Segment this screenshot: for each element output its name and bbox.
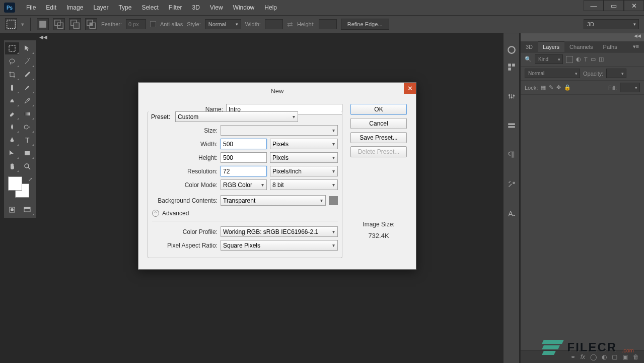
height-label: Height: — [152, 154, 218, 161]
lock-pixels-icon[interactable]: ✎ — [549, 84, 553, 91]
dialog-close-button[interactable]: ✕ — [404, 83, 416, 94]
foreground-color-swatch[interactable] — [8, 176, 22, 191]
filter-shape-icon[interactable]: ▭ — [591, 56, 596, 63]
maximize-button[interactable]: ▭ — [604, 0, 624, 11]
resolution-unit-select[interactable]: Pixels/Inch — [270, 166, 338, 176]
shape-tool[interactable] — [20, 147, 34, 159]
tab-layers[interactable]: Layers — [538, 41, 564, 52]
menu-bar: Ps File Edit Image Layer Type Select Fil… — [0, 0, 644, 15]
menu-edit[interactable]: Edit — [41, 4, 61, 11]
panel-menu-icon[interactable]: ▾≡ — [628, 41, 644, 52]
tab-channels[interactable]: Channels — [564, 41, 598, 52]
doc-collapse-icon[interactable]: ◀◀ — [39, 34, 47, 40]
brush-tool[interactable] — [20, 82, 34, 94]
swap-colors-icon[interactable]: ⤢ — [28, 176, 32, 182]
quickmask-tool[interactable] — [5, 204, 19, 216]
ok-button[interactable]: OK — [350, 104, 407, 115]
dock-swatches-icon[interactable] — [505, 60, 518, 74]
resolution-input[interactable] — [221, 166, 267, 176]
filter-type-icon[interactable]: T — [584, 56, 588, 63]
filter-smart-icon[interactable]: ◫ — [599, 56, 604, 63]
blur-tool[interactable] — [5, 121, 19, 133]
menu-select[interactable]: Select — [136, 4, 163, 11]
height-unit-select[interactable]: Pixels — [270, 152, 338, 163]
history-brush-tool[interactable] — [20, 95, 34, 107]
crop-tool[interactable] — [5, 69, 19, 81]
bitdepth-select[interactable]: 8 bit — [270, 179, 338, 190]
filter-adjust-icon[interactable]: ◐ — [576, 56, 581, 63]
dock-character-icon[interactable]: A — [505, 207, 518, 220]
pixelaspect-select[interactable]: Square Pixels — [221, 240, 338, 251]
dodge-tool[interactable] — [20, 121, 34, 133]
path-select-tool[interactable] — [5, 147, 19, 159]
pen-tool[interactable] — [5, 134, 19, 146]
dock-adjustments-icon[interactable] — [505, 90, 518, 103]
dock-paragraph-icon[interactable] — [505, 148, 518, 161]
lasso-tool[interactable] — [5, 55, 19, 68]
close-window-button[interactable]: ✕ — [624, 0, 644, 11]
eyedropper-tool[interactable] — [20, 69, 34, 81]
fill-input[interactable] — [620, 83, 640, 92]
menu-file[interactable]: File — [21, 4, 41, 11]
search-icon: 🔍 — [525, 56, 532, 63]
menu-3d[interactable]: 3D — [187, 4, 204, 11]
blend-mode-select[interactable]: Normal — [525, 69, 580, 78]
gradient-tool[interactable] — [20, 108, 34, 120]
dock-color-icon[interactable] — [505, 43, 518, 56]
menu-window[interactable]: Window — [228, 4, 260, 11]
menu-help[interactable]: Help — [259, 4, 282, 11]
marquee-tool[interactable] — [5, 42, 19, 54]
magic-wand-tool[interactable] — [20, 55, 34, 68]
lock-transparency-icon[interactable]: ▦ — [541, 84, 546, 91]
tab-paths[interactable]: Paths — [598, 41, 622, 52]
eraser-tool[interactable] — [5, 108, 19, 120]
menu-view[interactable]: View — [205, 4, 228, 11]
clone-stamp-tool[interactable] — [5, 95, 19, 107]
selection-intersect-icon[interactable] — [85, 18, 97, 30]
lock-all-icon[interactable]: 🔒 — [564, 84, 571, 91]
colorprofile-select[interactable]: Working RGB: sRGB IEC61966-2.1 — [221, 226, 338, 237]
type-tool[interactable]: T — [20, 134, 34, 146]
color-swatches[interactable]: ⤢ — [6, 176, 34, 200]
screenmode-tool[interactable] — [20, 204, 34, 216]
healing-brush-tool[interactable] — [5, 82, 19, 94]
refine-edge-button[interactable]: Refine Edge... — [341, 19, 389, 30]
cancel-button[interactable]: Cancel — [350, 118, 407, 129]
zoom-tool[interactable] — [20, 160, 34, 172]
hand-tool[interactable] — [5, 160, 19, 172]
svg-rect-29 — [508, 124, 515, 125]
selection-add-icon[interactable] — [53, 18, 65, 30]
bgcolor-swatch[interactable] — [329, 196, 338, 205]
workspace-select[interactable]: 3D — [584, 19, 639, 29]
bgcontents-select[interactable]: Transparent — [221, 195, 326, 206]
tab-3d[interactable]: 3D — [521, 41, 538, 52]
filter-kind-select[interactable]: Kind — [535, 54, 563, 64]
dock-styles-icon[interactable] — [505, 119, 518, 132]
menu-layer[interactable]: Layer — [88, 4, 113, 11]
colormode-select[interactable]: RGB Color — [221, 179, 267, 190]
feather-input[interactable] — [126, 19, 146, 29]
dock-collapse-bar[interactable]: ◀◀ — [521, 33, 644, 41]
advanced-toggle[interactable]: ⌃ Advanced — [152, 210, 338, 217]
save-preset-button[interactable]: Save Preset... — [350, 132, 407, 143]
lock-position-icon[interactable]: ✥ — [556, 84, 561, 91]
svg-point-22 — [508, 46, 515, 53]
selection-new-icon[interactable] — [37, 18, 49, 30]
move-tool[interactable] — [20, 42, 34, 54]
selection-subtract-icon[interactable] — [69, 18, 81, 30]
height-input[interactable] — [221, 152, 267, 163]
opacity-input[interactable] — [606, 69, 626, 78]
menu-type[interactable]: Type — [113, 4, 136, 11]
menu-image[interactable]: Image — [61, 4, 88, 11]
style-select[interactable]: Normal — [205, 19, 241, 29]
current-tool-icon[interactable] — [5, 18, 17, 30]
filter-pixel-icon[interactable] — [566, 56, 573, 63]
pixelaspect-label: Pixel Aspect Ratio: — [152, 242, 218, 249]
minimize-button[interactable]: — — [584, 0, 604, 11]
toolbox: T ⤢ — [4, 40, 36, 218]
dock-tools-icon[interactable] — [505, 177, 518, 191]
preset-select[interactable]: Custom — [175, 111, 298, 122]
width-input[interactable] — [221, 139, 267, 149]
width-unit-select[interactable]: Pixels — [270, 139, 338, 149]
menu-filter[interactable]: Filter — [164, 4, 187, 11]
